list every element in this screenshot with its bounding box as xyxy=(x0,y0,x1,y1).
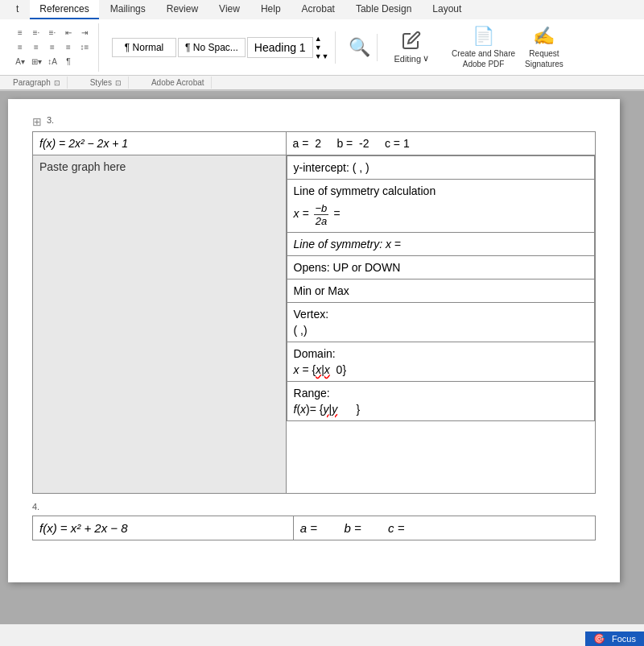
problem4-header-row: f(x) = x² + 2x − 8 a = b = c = xyxy=(33,516,596,540)
acrobat-group-label: Adobe Acrobat xyxy=(151,78,204,87)
opens-cell: Opens: UP or DOWN xyxy=(287,256,594,280)
range-label: Range: xyxy=(294,387,588,400)
create-pdf-label: Create and ShareAdobe PDF xyxy=(452,48,515,69)
domain-squiggle: x|x xyxy=(316,363,330,376)
status-bar: 🎯 Focus xyxy=(585,632,644,646)
indent-icon-2[interactable]: ⇥ xyxy=(77,27,92,39)
list-icon-3[interactable]: ≡· xyxy=(45,27,60,39)
fraction-neg-b-over-2a: −b 2a xyxy=(314,202,329,227)
b-value: -2 xyxy=(359,137,369,150)
tab-layout[interactable]: Layout xyxy=(423,0,471,19)
domain-value: x = {x|x 0} xyxy=(294,363,588,376)
c-value: 1 xyxy=(403,137,410,150)
tab-t[interactable]: t xyxy=(6,0,28,19)
align-left-icon[interactable]: ≡ xyxy=(13,41,27,54)
sort-icon[interactable]: ↕A xyxy=(45,56,60,68)
tab-references[interactable]: References xyxy=(30,0,98,19)
range-squiggle: y|y xyxy=(324,403,338,416)
shading-icon[interactable]: A▾ xyxy=(13,56,27,68)
styles-dialog-icon[interactable]: ⊡ xyxy=(115,79,122,87)
y-intercept-label: y-intercept: ( , ) xyxy=(294,161,369,174)
document-area: ⊞ 3. f(x) = 2x² − 2x + 1 a = 2 b = -2 xyxy=(0,91,644,624)
calculations-cell: y-intercept: ( , ) Line of symmetry calc… xyxy=(286,155,595,494)
function-header: f(x) = 2x² − 2x + 1 xyxy=(33,132,287,155)
symmetry-calc-cell: Line of symmetry calculation x = −b 2a = xyxy=(287,180,594,233)
align-center-icon[interactable]: ≡ xyxy=(29,41,43,54)
page: ⊞ 3. f(x) = 2x² − 2x + 1 a = 2 b = -2 xyxy=(8,99,620,582)
justify-icon[interactable]: ≡ xyxy=(61,41,76,54)
function-display: f(x) = 2x² − 2x + 1 xyxy=(39,137,128,150)
range-row: Range: f(x)= {y|y } xyxy=(287,382,594,421)
y-intercept-cell: y-intercept: ( , ) xyxy=(287,156,594,180)
ribbon-bottom: Paragraph ⊡ Styles ⊡ Adobe Acrobat xyxy=(0,76,644,90)
problem3-table: f(x) = 2x² − 2x + 1 a = 2 b = -2 c = 1 xyxy=(32,131,596,494)
styles-footer: Styles ⊡ xyxy=(84,77,129,89)
acrobat-footer: Adobe Acrobat xyxy=(145,77,212,89)
symmetry-calc-label: Line of symmetry calculation xyxy=(294,184,588,197)
b-label: b = xyxy=(336,137,356,150)
style-normal[interactable]: ¶ Normal xyxy=(112,38,176,57)
style-heading[interactable]: Heading 1 xyxy=(247,37,313,58)
problem4-coefficients: a = b = c = xyxy=(293,516,595,540)
editing-chevron: ∨ xyxy=(423,53,429,64)
domain-text: x = {x|x 0} xyxy=(294,363,347,376)
list-icon-1[interactable]: ≡ xyxy=(13,27,27,39)
a-value: 2 xyxy=(315,137,321,150)
focus-icon: 🎯 xyxy=(593,633,605,644)
style-normal-label: ¶ Normal xyxy=(119,42,169,53)
request-signatures-button[interactable]: ✍ RequestSignatures xyxy=(525,26,564,69)
numerator-neg-b: −b xyxy=(314,202,329,215)
border-icon[interactable]: ⊞▾ xyxy=(29,56,43,68)
paragraph-group-label: Paragraph xyxy=(13,78,51,87)
vertex-cell: Vertex: ( ,) xyxy=(287,303,594,342)
symmetry-result-row: Line of symmetry: x = xyxy=(287,233,594,256)
search-group: 🔍 xyxy=(342,34,378,61)
tab-view[interactable]: View xyxy=(209,0,250,19)
line-spacing-icon[interactable]: ↕≡ xyxy=(77,41,92,54)
tab-mailings[interactable]: Mailings xyxy=(101,0,155,19)
styles-group: ¶ Normal ¶ No Spac... Heading 1 ▲ ▼ ▼▼ xyxy=(105,31,336,64)
range-cell: Range: f(x)= {y|y } xyxy=(287,382,594,421)
ribbon: t References Mailings Review View Help A… xyxy=(0,0,644,91)
row4-label: 4. xyxy=(32,502,39,511)
vertex-coords: ( ,) xyxy=(294,324,588,337)
y-intercept-row: y-intercept: ( , ) xyxy=(287,156,594,180)
c-label: c = xyxy=(385,137,400,150)
minmax-cell: Min or Max xyxy=(287,280,594,303)
tab-review[interactable]: Review xyxy=(157,0,208,19)
create-adobe-pdf-button[interactable]: 📄 Create and ShareAdobe PDF xyxy=(452,26,515,69)
row4-header: 4. xyxy=(32,500,596,512)
p4-a-label: a = xyxy=(300,521,317,535)
search-icon[interactable]: 🔍 xyxy=(349,37,370,58)
domain-label: Domain: xyxy=(294,347,588,360)
styles-group-label: Styles xyxy=(90,78,112,87)
styles-scroll[interactable]: ▲ ▼ ▼▼ xyxy=(315,35,329,60)
move-handle-icon[interactable]: ⊞ xyxy=(32,115,42,128)
list-icon-2[interactable]: ≡· xyxy=(29,27,43,39)
tab-acrobat[interactable]: Acrobat xyxy=(292,0,345,19)
editing-label: Editing ∨ xyxy=(394,53,429,64)
tab-table-design[interactable]: Table Design xyxy=(346,0,421,19)
editing-section[interactable]: Editing ∨ xyxy=(384,27,439,67)
opens-label: Opens: UP or DOWN xyxy=(294,261,401,274)
editing-icon-area xyxy=(402,31,421,52)
align-right-icon[interactable]: ≡ xyxy=(45,41,60,54)
indent-icon-1[interactable]: ⇤ xyxy=(61,27,76,39)
calculations-table: y-intercept: ( , ) Line of symmetry calc… xyxy=(287,155,595,421)
paragraph-dialog-icon[interactable]: ⊡ xyxy=(54,79,60,87)
signatures-label: RequestSignatures xyxy=(525,48,564,69)
opens-row: Opens: UP or DOWN xyxy=(287,256,594,280)
row3-label: 3. xyxy=(47,115,54,125)
p4-c-label: c = xyxy=(388,521,404,535)
paragraph-group: ≡ ≡· ≡· ⇤ ⇥ ≡ ≡ ≡ ≡ ↕≡ A▾ ⊞▾ ↕A ¶ xyxy=(6,23,99,72)
focus-label: Focus xyxy=(612,634,636,644)
pilcrow-icon[interactable]: ¶ xyxy=(61,56,76,68)
ribbon-content: ≡ ≡· ≡· ⇤ ⇥ ≡ ≡ ≡ ≡ ↕≡ A▾ ⊞▾ ↕A ¶ xyxy=(0,19,644,76)
para-row-2: ≡ ≡ ≡ ≡ ↕≡ xyxy=(13,41,92,54)
vertex-label: Vertex: xyxy=(294,308,588,321)
symmetry-calc-row: Line of symmetry calculation x = −b 2a = xyxy=(287,180,594,233)
style-nospace[interactable]: ¶ No Spac... xyxy=(178,38,246,57)
tab-help[interactable]: Help xyxy=(251,0,291,19)
minmax-row: Min or Max xyxy=(287,280,594,303)
symmetry-result-label: Line of symmetry: x = xyxy=(294,238,401,251)
